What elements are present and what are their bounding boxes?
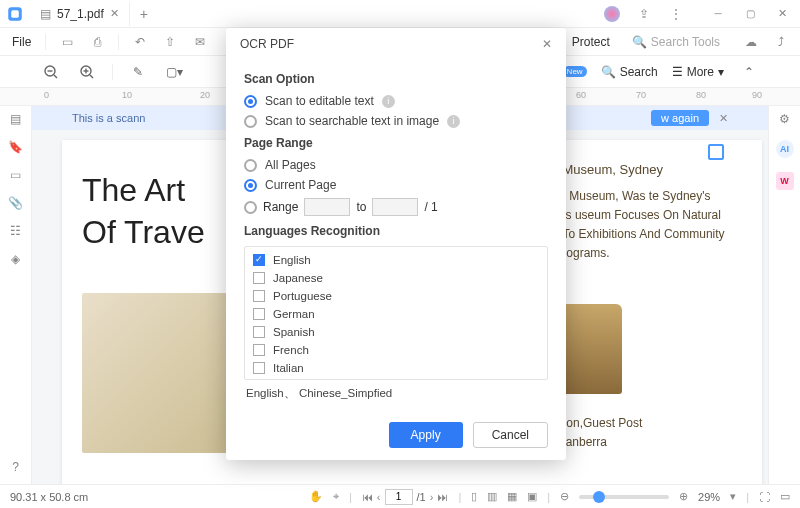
zoom-slider[interactable] xyxy=(579,495,669,499)
cloud-icon[interactable]: ☁ xyxy=(740,31,762,53)
lang-row[interactable]: French xyxy=(253,341,539,359)
banner-again-button[interactable]: w again xyxy=(651,110,709,126)
tab-add-button[interactable]: + xyxy=(130,6,158,22)
ai-icon[interactable]: AI xyxy=(776,140,794,158)
share-icon[interactable]: ⤴ xyxy=(770,31,792,53)
range-to-input[interactable] xyxy=(372,198,418,216)
languages-list[interactable]: EnglishJapanesePortugueseGermanSpanishFr… xyxy=(244,246,548,380)
read-mode-icon[interactable]: ▭ xyxy=(780,490,790,503)
pin-icon[interactable]: ⇪ xyxy=(630,2,658,26)
dialog-close-icon[interactable]: ✕ xyxy=(542,37,552,51)
highlighter-icon[interactable]: ✎ xyxy=(127,61,149,83)
languages-heading: Languages Recognition xyxy=(244,224,548,238)
prev-page-icon[interactable]: ‹ xyxy=(377,491,381,503)
radio-editable[interactable] xyxy=(244,95,257,108)
first-page-icon[interactable]: ⏮ xyxy=(362,491,373,503)
info-icon[interactable]: i xyxy=(382,95,395,108)
document-tab[interactable]: ▤ 57_1.pdf ✕ xyxy=(30,2,130,26)
cancel-button[interactable]: Cancel xyxy=(473,422,548,448)
mail-icon[interactable]: ✉ xyxy=(189,31,211,53)
help-icon[interactable]: ? xyxy=(12,460,19,474)
single-page-icon[interactable]: ▯ xyxy=(471,490,477,503)
lang-checkbox[interactable] xyxy=(253,290,265,302)
thumbnails-icon[interactable]: ▤ xyxy=(10,112,21,126)
lang-row[interactable]: Italian xyxy=(253,359,539,377)
tab-protect[interactable]: Protect xyxy=(572,35,610,49)
two-page-icon[interactable]: ▦ xyxy=(507,490,517,503)
lang-row[interactable]: German xyxy=(253,305,539,323)
lang-row[interactable]: English xyxy=(253,251,539,269)
radio-range[interactable] xyxy=(244,201,257,214)
file-menu[interactable]: File xyxy=(8,35,35,49)
undo-icon[interactable]: ↶ xyxy=(129,31,151,53)
status-dimensions: 90.31 x 50.8 cm xyxy=(10,491,88,503)
lang-checkbox[interactable] xyxy=(253,254,265,266)
more-button[interactable]: ☰More▾ xyxy=(672,65,724,79)
range-from-input[interactable] xyxy=(304,198,350,216)
properties-icon[interactable]: ⚙ xyxy=(779,112,790,126)
lang-checkbox[interactable] xyxy=(253,362,265,374)
zoom-percent: 29% xyxy=(698,491,720,503)
shape-dropdown[interactable]: ▢▾ xyxy=(163,61,185,83)
zoom-handle[interactable] xyxy=(593,491,605,503)
zoom-dropdown-icon[interactable]: ▾ xyxy=(730,490,736,503)
select-tool-icon[interactable]: ⌖ xyxy=(333,490,339,503)
collapse-icon[interactable]: ⌃ xyxy=(738,61,760,83)
search-tools-input[interactable]: 🔍 Search Tools xyxy=(632,35,720,49)
save-icon[interactable]: ▭ xyxy=(56,31,78,53)
radio-all-pages[interactable] xyxy=(244,159,257,172)
banner-close-icon[interactable]: ✕ xyxy=(719,112,728,125)
lang-checkbox[interactable] xyxy=(253,272,265,284)
book-view-icon[interactable]: ▣ xyxy=(527,490,537,503)
zoom-in-status-icon[interactable]: ⊕ xyxy=(679,490,688,503)
next-page-icon[interactable]: › xyxy=(430,491,434,503)
layers-icon[interactable]: ◈ xyxy=(11,252,20,266)
window-minimize-button[interactable] xyxy=(704,2,732,26)
kebab-icon[interactable]: ⋮ xyxy=(662,2,690,26)
lang-label: German xyxy=(273,308,315,320)
window-close-button[interactable] xyxy=(768,2,796,26)
ocr-dialog: OCR PDF ✕ Scan Option Scan to editable t… xyxy=(226,28,566,460)
print-icon[interactable]: ⎙ xyxy=(86,31,108,53)
lang-row[interactable]: Japanese xyxy=(253,269,539,287)
lang-checkbox[interactable] xyxy=(253,326,265,338)
lang-row[interactable]: Portuguese xyxy=(253,287,539,305)
apply-button[interactable]: Apply xyxy=(389,422,463,448)
lang-checkbox[interactable] xyxy=(253,344,265,356)
selected-languages: English、 Chinese_Simpfied xyxy=(244,380,548,407)
last-page-icon[interactable]: ⏭ xyxy=(437,491,448,503)
app-logo xyxy=(0,0,30,28)
zoom-in-icon[interactable] xyxy=(76,61,98,83)
pdf-icon: ▤ xyxy=(40,7,51,21)
fit-screen-icon[interactable]: ⛶ xyxy=(759,491,770,503)
search-button[interactable]: 🔍Search xyxy=(601,65,658,79)
window-maximize-button[interactable] xyxy=(736,2,764,26)
radio-searchable-label: Scan to searchable text in image xyxy=(265,114,439,128)
range-to-label: to xyxy=(356,200,366,214)
lang-checkbox[interactable] xyxy=(253,308,265,320)
zoom-out-status-icon[interactable]: ⊖ xyxy=(560,490,569,503)
radio-searchable[interactable] xyxy=(244,115,257,128)
fields-icon[interactable]: ☷ xyxy=(10,224,21,238)
selection-marker-icon[interactable] xyxy=(708,144,724,160)
lang-label: Portuguese xyxy=(273,290,332,302)
ai-orb-icon[interactable] xyxy=(598,2,626,26)
hand-tool-icon[interactable]: ✋ xyxy=(309,490,323,503)
page-input[interactable] xyxy=(385,489,413,505)
zoom-out-icon[interactable] xyxy=(40,61,62,83)
info-icon[interactable]: i xyxy=(447,115,460,128)
radio-all-pages-label: All Pages xyxy=(265,158,316,172)
radio-current-page[interactable] xyxy=(244,179,257,192)
word-icon[interactable]: W xyxy=(776,172,794,190)
comments-icon[interactable]: ▭ xyxy=(10,168,21,182)
hamburger-icon: ☰ xyxy=(672,65,683,79)
export-icon[interactable]: ⇧ xyxy=(159,31,181,53)
bookmarks-icon[interactable]: 🔖 xyxy=(8,140,23,154)
range-total-label: / 1 xyxy=(424,200,437,214)
radio-range-label: Range xyxy=(263,200,298,214)
banner-text: This is a scann xyxy=(72,112,145,124)
tab-close-icon[interactable]: ✕ xyxy=(110,7,119,20)
lang-row[interactable]: Spanish xyxy=(253,323,539,341)
attachments-icon[interactable]: 📎 xyxy=(8,196,23,210)
continuous-icon[interactable]: ▥ xyxy=(487,490,497,503)
